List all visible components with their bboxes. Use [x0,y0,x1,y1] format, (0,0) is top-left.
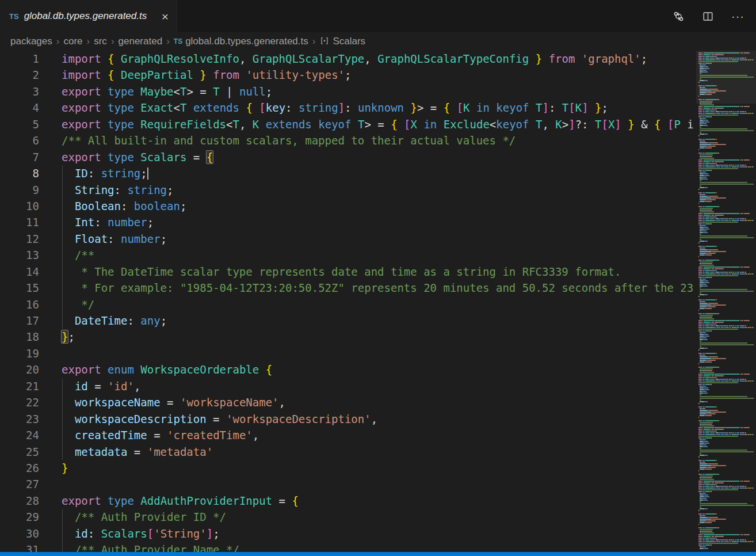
code-line[interactable]: 6/** All built-in and custom scalars, ma… [0,132,756,148]
breadcrumb-item-scalars[interactable]: Scalars [319,36,365,47]
indent-guide [62,427,63,443]
line-number[interactable]: 23 [0,411,39,427]
breadcrumb-item-core[interactable]: core [63,36,82,47]
code-line[interactable]: 3export type Maybe<T> = T | null; [0,83,756,100]
editor-tab[interactable]: TS global.db.types.generated.ts × [0,0,177,32]
code-line[interactable]: 2import { DeepPartial } from 'utility-ty… [0,67,756,83]
code-line[interactable]: 28export type AddAuthProviderInput = { [0,493,756,509]
breadcrumb-item-global-db-types-generated-ts[interactable]: TSglobal.db.types.generated.ts [174,36,308,47]
code-line[interactable]: 20export enum WorkspaceOrderable { [0,361,756,378]
line-number[interactable]: 1 [0,51,39,67]
code-line[interactable]: 18}; [0,329,756,345]
code-line[interactable]: 11 Int: number; [0,214,756,230]
code-line[interactable]: 13 /** [0,247,756,263]
line-number[interactable]: 2 [0,67,39,83]
line-number[interactable]: 24 [0,427,39,443]
more-actions-icon[interactable]: ··· [731,10,744,23]
indent-guide [62,280,63,296]
code-text: id = 'id', [39,378,140,394]
line-number[interactable]: 17 [0,313,39,329]
line-number[interactable]: 28 [0,493,39,509]
status-bar [0,552,756,556]
code-text: } [39,460,68,476]
breadcrumb-label: src [94,36,107,47]
code-text: export type Maybe<T> = T | null; [39,83,272,100]
line-number[interactable]: 16 [0,296,39,313]
code-line[interactable]: 12 Float: number; [0,231,756,247]
code-line[interactable]: 25 metadata = 'metadata' [0,444,756,460]
code-line[interactable]: 21 id = 'id', [0,378,756,394]
breadcrumb-item-generated[interactable]: generated [119,36,163,47]
code-line[interactable]: 4export type Exact<T extends { [key: str… [0,100,756,116]
line-number[interactable]: 22 [0,394,39,410]
code-text: import { DeepPartial } from 'utility-typ… [39,67,351,83]
code-line[interactable]: 10 Boolean: boolean; [0,198,756,214]
code-line[interactable]: 9 String: string; [0,182,756,198]
line-number[interactable]: 19 [0,345,39,361]
line-number[interactable]: 12 [0,231,39,247]
line-number[interactable]: 6 [0,132,39,148]
minimap-viewport[interactable] [696,51,756,104]
code-line[interactable]: 24 createdTime = 'createdTime', [0,427,756,443]
code-line[interactable]: 22 workspaceName = 'workspaceName', [0,394,756,410]
tab-bar: TS global.db.types.generated.ts × [0,0,756,32]
indent-guide [62,165,63,181]
line-number[interactable]: 13 [0,247,39,263]
code-text: */ [39,296,94,313]
code-line[interactable]: 31 /** Auth Provider Name */ [0,542,756,552]
code-line[interactable]: 1import { GraphQLResolveInfo, GraphQLSca… [0,51,756,67]
line-number[interactable]: 10 [0,198,39,214]
code-text: id: Scalars['String']; [39,525,220,542]
breadcrumb-item-src[interactable]: src [94,36,107,47]
breadcrumb: packages›core›src›generated›TSglobal.db.… [0,32,756,51]
indent-guide [62,264,63,280]
line-number[interactable]: 7 [0,149,39,165]
breadcrumb-separator-icon: › [111,36,114,47]
line-number[interactable]: 29 [0,509,39,525]
line-number[interactable]: 20 [0,361,39,378]
split-editor-icon[interactable] [702,10,714,22]
code-line[interactable]: 26} [0,460,756,476]
code-text: Float: number; [39,231,167,247]
line-number[interactable]: 11 [0,214,39,230]
compare-changes-icon[interactable] [673,10,685,22]
code-line[interactable]: 15 * For example: "1985-04-12T23:20:50.5… [0,280,756,296]
code-lines: 1import { GraphQLResolveInfo, GraphQLSca… [0,51,756,552]
code-line[interactable]: 8 ID: string; [0,165,756,181]
breadcrumb-item-packages[interactable]: packages [10,36,52,47]
code-line[interactable]: 7export type Scalars = { [0,149,756,165]
breadcrumb-separator-icon: › [87,36,90,47]
line-number[interactable]: 5 [0,116,39,132]
code-line[interactable]: 17 DateTime: any; [0,313,756,329]
code-text: createdTime = 'createdTime', [39,427,259,443]
code-line[interactable]: 29 /** Auth Provider ID */ [0,509,756,525]
line-number[interactable]: 31 [0,542,39,552]
line-number[interactable]: 8 [0,165,39,181]
line-number[interactable]: 26 [0,460,39,476]
close-tab-icon[interactable]: × [162,10,169,22]
line-number[interactable]: 15 [0,280,39,296]
line-number[interactable]: 21 [0,378,39,394]
line-number[interactable]: 25 [0,444,39,460]
code-line[interactable]: 30 id: Scalars['String']; [0,525,756,542]
indent-guide [62,313,63,329]
line-number[interactable]: 9 [0,182,39,198]
line-number[interactable]: 14 [0,264,39,280]
line-number[interactable]: 27 [0,476,39,492]
line-number[interactable]: 18 [0,329,39,345]
line-number[interactable]: 30 [0,525,39,542]
minimap[interactable] [696,51,756,552]
line-number[interactable]: 3 [0,83,39,100]
code-line[interactable]: 16 */ [0,296,756,313]
indent-guide [62,542,63,552]
typescript-file-icon: TS [9,12,19,21]
code-line[interactable]: 23 workspaceDescription = 'workspaceDesc… [0,411,756,427]
code-line[interactable]: 27 [0,476,756,492]
code-line[interactable]: 14 * The DateTime scalar type represents… [0,264,756,280]
code-editor[interactable]: 1import { GraphQLResolveInfo, GraphQLSca… [0,51,756,552]
code-line[interactable]: 19 [0,345,756,361]
indent-guide [62,509,63,525]
symbol-type-icon [319,36,330,47]
code-line[interactable]: 5export type RequireFields<T, K extends … [0,116,756,132]
line-number[interactable]: 4 [0,100,39,116]
